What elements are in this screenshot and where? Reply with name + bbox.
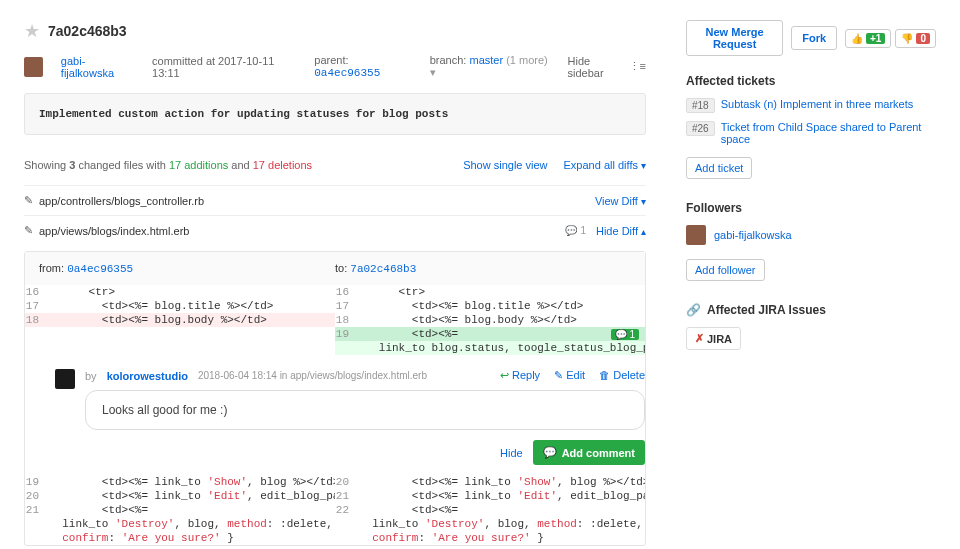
- edit-button[interactable]: ✎ Edit: [554, 369, 585, 382]
- hide-diff-button[interactable]: Hide Diff ▴: [596, 225, 646, 237]
- chevron-down-icon: ▾: [641, 160, 646, 171]
- file-row: ✎ app/controllers/blogs_controller.rb Vi…: [24, 185, 646, 215]
- jira-logo[interactable]: ✗JIRA: [686, 327, 741, 350]
- code-line[interactable]: 22 <td><%=: [335, 503, 645, 517]
- diff-stats: Showing 3 changed files with 17 addition…: [24, 159, 312, 171]
- jira-icon: ✗: [695, 332, 704, 345]
- new-merge-request-button[interactable]: New Merge Request: [686, 20, 783, 56]
- ticket-row: #18 Subtask (n) Implement in three marke…: [686, 98, 936, 113]
- edit-icon: ✎: [24, 194, 33, 207]
- code-line[interactable]: 21 <td><%= link_to 'Edit', edit_blog_pat…: [335, 489, 645, 503]
- add-ticket-button[interactable]: Add ticket: [686, 157, 752, 179]
- parent-hash[interactable]: 0a4ec96355: [314, 67, 380, 79]
- collapse-icon: ⋮≡: [629, 60, 646, 73]
- chevron-up-icon: ▴: [641, 226, 646, 237]
- star-icon[interactable]: ★: [24, 20, 40, 42]
- code-line[interactable]: 17 <td><%= blog.title %></td>: [25, 299, 335, 313]
- ticket-row: #26 Ticket from Child Space shared to Pa…: [686, 121, 936, 145]
- code-line[interactable]: link_to blog.status, toogle_status_blog_…: [335, 341, 645, 355]
- comment-icon: 💬: [543, 446, 557, 459]
- code-line[interactable]: 19 <td><%= link_to 'Show', blog %></td>: [25, 475, 335, 489]
- comment-badge[interactable]: 💬 1: [611, 329, 639, 340]
- jira-header: 🔗 Affected JIRA Issues: [686, 303, 936, 317]
- code-line[interactable]: 18 <td><%= blog.body %></td>: [25, 313, 335, 327]
- author-link[interactable]: gabi-fijalkowska: [61, 55, 134, 79]
- code-line[interactable]: 20 <td><%= link_to 'Show', blog %></td>: [335, 475, 645, 489]
- to-hash[interactable]: 7a02c468b3: [350, 263, 416, 275]
- edit-icon: ✎: [24, 224, 33, 237]
- code-line[interactable]: 17 <td><%= blog.title %></td>: [335, 299, 645, 313]
- code-line[interactable]: link_to 'Destroy', blog, method: :delete…: [25, 517, 335, 531]
- delete-button[interactable]: 🗑 Delete: [599, 369, 645, 382]
- committed-at: committed at 2017-10-11 13:11: [152, 55, 296, 79]
- comment-text: Looks all good for me :): [85, 390, 645, 430]
- thumbs-down-icon: 👎: [901, 33, 913, 44]
- commit-message: Implemented custom action for updating s…: [24, 93, 646, 135]
- add-comment-button[interactable]: 💬 Add comment: [533, 440, 645, 465]
- code-line[interactable]: 21 <td><%=: [25, 503, 335, 517]
- hide-sidebar-button[interactable]: Hide sidebar ⋮≡: [568, 55, 646, 79]
- from-hash[interactable]: 0a4ec96355: [67, 263, 133, 275]
- comment-icon: 💬: [565, 225, 577, 236]
- follower-link[interactable]: gabi-fijalkowska: [714, 229, 792, 241]
- code-line[interactable]: 16 <tr>: [335, 285, 645, 299]
- code-line[interactable]: confirm: 'Are you sure?' }: [335, 531, 645, 545]
- branch-block: branch: master (1 more) ▾: [430, 54, 550, 79]
- avatar: [55, 369, 75, 389]
- avatar: [686, 225, 706, 245]
- code-line[interactable]: 18 <td><%= blog.body %></td>: [335, 313, 645, 327]
- link-icon: 🔗: [686, 303, 701, 317]
- thumbs-up-icon: 👍: [851, 33, 863, 44]
- code-line[interactable]: 20 <td><%= link_to 'Edit', edit_blog_pat…: [25, 489, 335, 503]
- affected-tickets-header: Affected tickets: [686, 74, 936, 88]
- hide-comments[interactable]: Hide: [500, 447, 523, 459]
- show-single-view[interactable]: Show single view: [463, 159, 547, 171]
- file-row: ✎ app/views/blogs/index.html.erb 💬1 Hide…: [24, 215, 646, 245]
- ticket-id[interactable]: #26: [686, 121, 715, 136]
- code-line[interactable]: confirm: 'Are you sure?' }: [25, 531, 335, 545]
- thumbs-down-button[interactable]: 👎 0: [895, 29, 936, 48]
- file-path[interactable]: app/views/blogs/index.html.erb: [39, 225, 189, 237]
- parent-block: parent: 0a4ec96355: [314, 54, 411, 79]
- file-path[interactable]: app/controllers/blogs_controller.rb: [39, 195, 204, 207]
- avatar: [24, 57, 43, 77]
- expand-all-diffs[interactable]: Expand all diffs ▾: [564, 159, 646, 171]
- comment-count: 💬1: [565, 225, 586, 236]
- diff-panel: from: 0a4ec96355 to: 7a02c468b3 16 <tr>1…: [24, 251, 646, 546]
- fork-button[interactable]: Fork: [791, 26, 837, 50]
- reply-button[interactable]: ↩ Reply: [500, 369, 540, 382]
- code-line[interactable]: link_to 'Destroy', blog, method: :delete…: [335, 517, 645, 531]
- code-line[interactable]: 16 <tr>: [25, 285, 335, 299]
- comment-meta: 2018-06-04 18:14 in app/views/blogs/inde…: [198, 370, 427, 381]
- comment-author[interactable]: kolorowestudio: [107, 370, 188, 382]
- ticket-link[interactable]: Ticket from Child Space shared to Parent…: [721, 121, 936, 145]
- thumbs-up-button[interactable]: 👍 +1: [845, 29, 891, 48]
- branch-link[interactable]: master: [469, 54, 503, 66]
- ticket-id[interactable]: #18: [686, 98, 715, 113]
- add-follower-button[interactable]: Add follower: [686, 259, 765, 281]
- view-diff-button[interactable]: View Diff ▾: [595, 195, 646, 207]
- chevron-down-icon: ▾: [641, 196, 646, 207]
- commit-title: 7a02c468b3: [48, 23, 127, 39]
- ticket-link[interactable]: Subtask (n) Implement in three markets: [721, 98, 914, 110]
- more-branches[interactable]: (1 more): [506, 54, 548, 66]
- code-line[interactable]: 19 <td><%=💬 1: [335, 327, 645, 341]
- followers-header: Followers: [686, 201, 936, 215]
